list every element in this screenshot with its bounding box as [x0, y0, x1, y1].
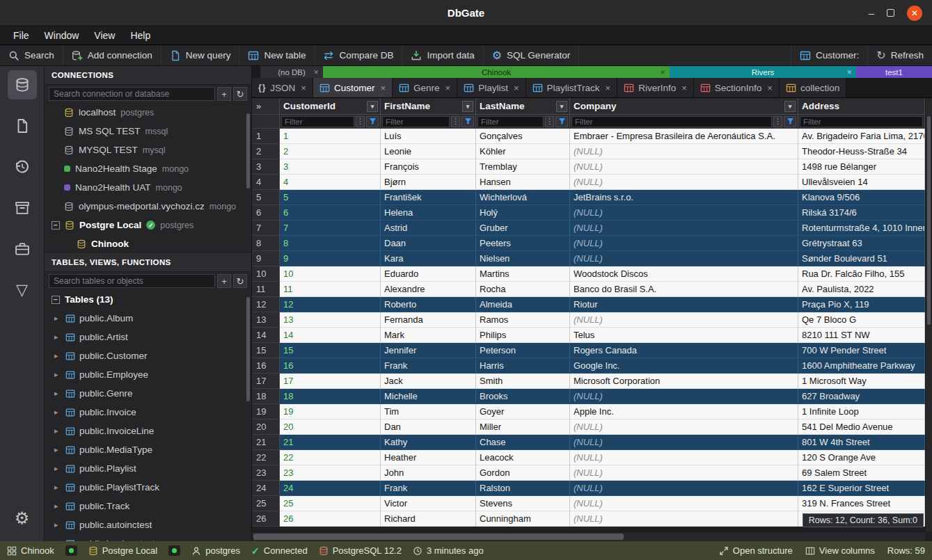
connection-nano2health-uat[interactable]: Nano2Health UAT mongo: [45, 178, 251, 197]
chevron-right-icon[interactable]: ▸: [54, 351, 61, 360]
rail-query-history[interactable]: [8, 152, 37, 182]
grid-cell[interactable]: Dan: [381, 419, 476, 435]
grid-cell[interactable]: 6: [280, 205, 381, 221]
grid-cell[interactable]: (NULL): [570, 251, 798, 266]
filter-funnel-icon[interactable]: [555, 116, 568, 127]
close-group-icon[interactable]: ✕: [313, 69, 319, 76]
grid-cell[interactable]: Tremblay: [476, 159, 570, 175]
grid-cell[interactable]: Woodstock Discos: [570, 266, 798, 282]
grid-cell[interactable]: Miller: [476, 419, 570, 435]
rail-cell-data[interactable]: ▽: [8, 275, 37, 305]
chevron-right-icon[interactable]: ▸: [54, 389, 61, 398]
rail-files[interactable]: [8, 111, 37, 141]
close-tab-icon[interactable]: ×: [681, 83, 687, 93]
row-number[interactable]: 9: [252, 251, 280, 266]
grid-cell[interactable]: 23: [280, 465, 381, 481]
grid-cell[interactable]: Bjørn: [381, 175, 476, 190]
add-table-icon[interactable]: +: [217, 274, 231, 288]
column-menu-icon[interactable]: ▾: [367, 101, 378, 112]
grid-cell[interactable]: (NULL): [570, 419, 798, 435]
status-postgre-local[interactable]: Postgre Local: [88, 545, 158, 556]
grid-cell[interactable]: 19: [280, 404, 381, 419]
row-number[interactable]: 18: [252, 389, 280, 404]
grid-cell[interactable]: Embraer - Empresa Brasileira de Aeronáut…: [570, 129, 798, 144]
grid-cell[interactable]: (NULL): [570, 236, 798, 251]
menu-file[interactable]: File: [6, 30, 37, 41]
grid-cell[interactable]: Banco do Brasil S.A.: [570, 282, 798, 297]
tab-json[interactable]: {} JSON ×: [252, 78, 313, 97]
menu-window[interactable]: Window: [37, 30, 87, 41]
grid-cell[interactable]: Hansen: [476, 175, 570, 190]
db-group-rivers[interactable]: Rivers ✕: [670, 66, 856, 78]
grid-cell[interactable]: 16: [280, 358, 381, 374]
grid-cell[interactable]: 24: [280, 481, 381, 496]
grid-cell[interactable]: Microsoft Corporation: [570, 374, 798, 389]
row-number[interactable]: 13: [252, 312, 280, 328]
filter-funnel-icon[interactable]: [366, 116, 379, 127]
row-number[interactable]: 12: [252, 297, 280, 312]
toolbar-import-data[interactable]: Import data: [402, 45, 483, 65]
grid-cell[interactable]: Smith: [476, 374, 570, 389]
grid-cell[interactable]: Grétrystraat 63: [798, 236, 925, 251]
status-open-structure[interactable]: Open structure: [719, 545, 793, 556]
filter-input-company[interactable]: [571, 116, 772, 127]
toolbar-new-table[interactable]: New table: [239, 45, 315, 65]
row-number[interactable]: 14: [252, 328, 280, 343]
minimize-button[interactable]: –: [869, 7, 874, 19]
filter-input-lastname[interactable]: [477, 116, 544, 127]
grid-cell[interactable]: (NULL): [570, 511, 798, 527]
grid-cell[interactable]: 5: [280, 190, 381, 205]
grid-cell[interactable]: Leonie: [381, 144, 476, 159]
sidebar-table-public-booleantest[interactable]: ▸ public.booleantest: [45, 534, 251, 541]
grid-cell[interactable]: Tim: [381, 404, 476, 419]
row-number[interactable]: 2: [252, 144, 280, 159]
close-tab-icon[interactable]: ×: [380, 83, 386, 93]
grid-cell[interactable]: 1 Infinite Loop: [798, 404, 925, 419]
row-number[interactable]: 7: [252, 221, 280, 236]
sidebar-table-public-genre[interactable]: ▸ public.Genre: [45, 384, 251, 403]
column-header-firstname[interactable]: FirstName ▾: [381, 98, 476, 115]
rail-archive[interactable]: [8, 193, 37, 223]
grid-cell[interactable]: Gonçalves: [476, 129, 570, 144]
grid-cell[interactable]: 3: [280, 159, 381, 175]
grid-cell[interactable]: 120 S Orange Ave: [798, 450, 925, 465]
chevron-right-icon[interactable]: ▸: [54, 333, 61, 342]
grid-cell[interactable]: Frank: [381, 481, 476, 496]
horizontal-scrollbar[interactable]: [252, 531, 925, 541]
menu-view[interactable]: View: [86, 30, 123, 41]
column-header-address[interactable]: Address: [798, 98, 925, 115]
grid-cell[interactable]: François: [381, 159, 476, 175]
row-number[interactable]: 5: [252, 190, 280, 205]
grid-cell[interactable]: Rilská 3174/6: [798, 205, 925, 221]
toolbar-customer[interactable]: Customer:: [791, 45, 867, 65]
grid-cell[interactable]: Gordon: [476, 465, 570, 481]
row-number[interactable]: 1: [252, 129, 280, 144]
database-chinook[interactable]: Chinook: [45, 234, 251, 253]
grid-cell[interactable]: (NULL): [570, 481, 798, 496]
grid-cell[interactable]: 541 Del Medio Avenue: [798, 419, 925, 435]
grid-cell[interactable]: 8: [280, 236, 381, 251]
status-chinook[interactable]: Chinook: [7, 545, 54, 556]
grid-cell[interactable]: Helena: [381, 205, 476, 221]
tab-sectioninfo[interactable]: SectionInfo ×: [694, 78, 780, 97]
chevron-right-icon[interactable]: ▸: [54, 539, 61, 541]
grid-cell[interactable]: JetBrains s.r.o.: [570, 190, 798, 205]
grid-cell[interactable]: Nielsen: [476, 251, 570, 266]
rail-applications[interactable]: [8, 234, 37, 264]
filter-input-customerid[interactable]: [281, 116, 354, 127]
grid-cell[interactable]: Klanova 9/506: [798, 190, 925, 205]
grid-cell[interactable]: Theodor-Heuss-Straße 34: [798, 144, 925, 159]
sidebar-table-public-mediatype[interactable]: ▸ public.MediaType: [45, 440, 251, 459]
tab-playlisttrack[interactable]: PlaylistTrack ×: [526, 78, 618, 97]
toolbar-refresh[interactable]: ↻Refresh: [867, 45, 932, 65]
grid-cell[interactable]: Qe 7 Bloco G: [798, 312, 925, 328]
grid-cell[interactable]: 14: [280, 328, 381, 343]
grid-cell[interactable]: Peeters: [476, 236, 570, 251]
grid-cell[interactable]: 9: [280, 251, 381, 266]
column-menu-icon[interactable]: ▾: [784, 101, 796, 112]
grid-cell[interactable]: 1 Microsoft Way: [798, 374, 925, 389]
row-number[interactable]: 23: [252, 465, 280, 481]
grid-cell[interactable]: 1498 rue Bélanger: [798, 159, 925, 175]
toolbar-sql-generator[interactable]: ⚙SQL Generator: [484, 45, 579, 65]
status-postgresql-12-2[interactable]: PostgreSQL 12.2: [319, 545, 402, 556]
